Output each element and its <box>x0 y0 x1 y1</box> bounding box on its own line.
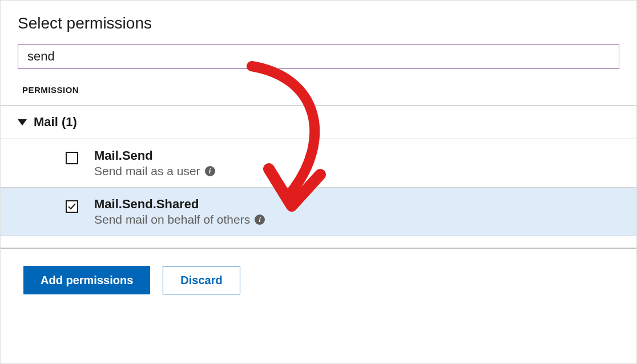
permission-desc: Send mail as a user i <box>94 164 215 178</box>
permission-desc: Send mail on behalf of others i <box>94 213 265 227</box>
search-box[interactable] <box>18 44 619 69</box>
footer: Add permissions Discard <box>1 249 636 312</box>
group-label: Mail (1) <box>34 115 77 130</box>
permission-row[interactable]: Mail.Send.Shared Send mail on behalf of … <box>1 188 636 236</box>
permission-text: Mail.Send.Shared Send mail on behalf of … <box>94 197 265 227</box>
discard-button[interactable]: Discard <box>163 266 240 294</box>
caret-down-icon <box>18 119 27 126</box>
group-mail[interactable]: Mail (1) <box>1 106 636 139</box>
panel-title: Select permissions <box>1 1 636 44</box>
add-permissions-button[interactable]: Add permissions <box>23 266 150 294</box>
checkbox-mail-send[interactable] <box>66 152 78 164</box>
checkbox-mail-send-shared[interactable] <box>66 200 78 213</box>
info-icon[interactable]: i <box>205 166 215 176</box>
permission-name: Mail.Send <box>94 148 215 163</box>
permission-row[interactable]: Mail.Send Send mail as a user i <box>1 139 636 188</box>
info-icon[interactable]: i <box>255 215 265 225</box>
search-input[interactable] <box>26 48 611 64</box>
column-header-permission: PERMISSION <box>1 69 636 106</box>
permission-name: Mail.Send.Shared <box>94 197 265 212</box>
permission-text: Mail.Send Send mail as a user i <box>94 148 215 178</box>
permissions-panel: Select permissions PERMISSION Mail (1) M… <box>0 0 637 364</box>
